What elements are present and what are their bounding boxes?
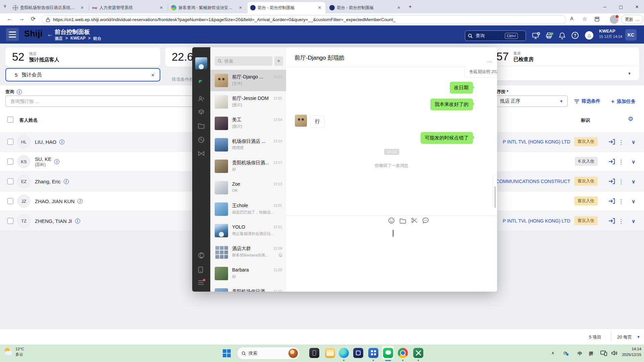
- wechat-taskbar-icon[interactable]: [383, 348, 393, 358]
- row-menu-icon[interactable]: ⋮: [618, 178, 624, 185]
- sent-message[interactable]: 改日期: [450, 82, 473, 94]
- card-expected-arrivals[interactable]: 52 抵店 预计抵店客人: [5, 47, 160, 67]
- row-checkbox[interactable]: [7, 139, 13, 145]
- page-size-select[interactable]: 20 每页: [617, 334, 632, 340]
- calculator-icon[interactable]: [368, 348, 378, 358]
- excel-icon[interactable]: [413, 348, 423, 358]
- received-message[interactable]: 行: [310, 115, 325, 128]
- column-tags[interactable]: 标识: [581, 117, 590, 123]
- chat-item[interactable]: 贵阳机场假日酒... 13:17 好: [210, 156, 286, 177]
- guest-name[interactable]: SU, KE: [35, 156, 51, 162]
- row-checkbox[interactable]: [7, 198, 13, 204]
- row-checkbox[interactable]: [7, 159, 13, 165]
- browser-maximize-button[interactable]: ▢: [615, 2, 627, 11]
- row-expand-icon[interactable]: ∨: [632, 139, 635, 145]
- check-in-icon[interactable]: [608, 159, 615, 165]
- moments-icon[interactable]: [198, 136, 205, 143]
- member-filter-chip[interactable]: 5 预计会员 ×: [5, 68, 160, 81]
- chat-item[interactable]: Barbara 11:20 好: [210, 263, 286, 284]
- row-expand-icon[interactable]: ∨: [632, 179, 635, 185]
- browser-update-button[interactable]: 更新 …: [621, 15, 643, 24]
- taskbar-temp[interactable]: 12°C: [15, 347, 24, 351]
- tab-close-icon[interactable]: ✕: [396, 5, 402, 11]
- guest-name[interactable]: ZHAO, JIAN KUN: [35, 198, 74, 204]
- home-icon[interactable]: ⌂: [585, 31, 593, 40]
- row-menu-icon[interactable]: ⋮: [618, 198, 624, 205]
- breadcrumb-hotel[interactable]: 酒店: [55, 36, 63, 42]
- taskbar-clock[interactable]: 14:14 2025/12/15: [622, 346, 641, 358]
- chat-item[interactable]: 前厅-Django ... 14:13 [文件]: [210, 70, 286, 91]
- row-expand-icon[interactable]: ∨: [632, 218, 635, 224]
- new-chat-button[interactable]: +: [274, 56, 283, 66]
- tab-hotel-nav[interactable]: 贵阳机场智选假日酒店系统网址导 ✕: [10, 2, 88, 13]
- collections-icon[interactable]: [594, 16, 600, 22]
- rooms-card-select[interactable]: ▼: [490, 66, 639, 80]
- chat-item[interactable]: 酒店大群 12:09 财务部Barbara张英...: [210, 241, 286, 263]
- read-aloud-icon[interactable]: A: [570, 16, 573, 21]
- ime-language-indicator[interactable]: 中: [578, 351, 582, 357]
- start-button[interactable]: [223, 349, 231, 357]
- chat-item[interactable]: YOLO 12:51 禁止吸烟请勿在酒店任...: [210, 220, 286, 241]
- refresh-button[interactable]: ⟳: [31, 15, 36, 22]
- contacts-icon[interactable]: [198, 96, 205, 102]
- hamburger-menu-button[interactable]: [6, 28, 19, 41]
- chat-files-icon[interactable]: [198, 123, 205, 129]
- tab-frontdesk-active[interactable]: 前台 - 前台控制面板 ✕: [248, 2, 325, 13]
- chat-item[interactable]: Zoe 13:13 OK: [210, 177, 286, 198]
- tab-close-icon[interactable]: ✕: [158, 5, 164, 11]
- row-checkbox[interactable]: [7, 218, 13, 224]
- guest-name[interactable]: Zhang, Eric: [35, 179, 61, 184]
- chat-item[interactable]: 贵阳机场假日酒... 11:10: [210, 284, 286, 292]
- check-in-icon[interactable]: [608, 198, 615, 204]
- emoji-icon[interactable]: [388, 217, 395, 224]
- chrome-icon[interactable]: [398, 348, 408, 358]
- channels-icon[interactable]: [198, 151, 205, 156]
- weather-icon[interactable]: [4, 347, 14, 357]
- breadcrumb-property[interactable]: KWEAP: [70, 36, 86, 42]
- peer-avatar[interactable]: [295, 115, 307, 127]
- wechat-user-avatar[interactable]: [195, 57, 207, 69]
- chat-more-menu-icon[interactable]: …: [487, 57, 492, 63]
- chevron-down-icon[interactable]: ▼: [637, 335, 640, 339]
- table-settings-gear-icon[interactable]: ⚙: [628, 115, 633, 123]
- ime-mode-indicator[interactable]: 拼: [589, 351, 593, 357]
- query-info-icon[interactable]: i: [17, 89, 22, 95]
- mini-program-icon[interactable]: [198, 252, 205, 259]
- tab-guest-query[interactable]: 旅客查询 - 紫楠旅馆业治安信息管 ✕: [168, 2, 246, 13]
- edge-browser-icon[interactable]: [339, 348, 349, 358]
- terminal-status-icon[interactable]: [532, 32, 540, 40]
- tray-expand-icon[interactable]: ∧: [551, 351, 554, 355]
- chat-scrollbar[interactable]: [494, 186, 496, 208]
- check-in-icon[interactable]: [608, 218, 615, 224]
- check-in-icon[interactable]: [608, 178, 615, 184]
- guest-company[interactable]: P INTL TVL (HONG KONG) LTD: [503, 139, 570, 144]
- sort-select[interactable]: 抵店 正序 ▼: [493, 96, 568, 107]
- favorites-icon[interactable]: [198, 109, 205, 116]
- message-file-clipped[interactable]: 务延期说明 2020.1-2020.2.doc W: [464, 66, 497, 78]
- taskbar-weather[interactable]: 多云: [15, 352, 23, 357]
- breadcrumb-frontdesk[interactable]: 前台: [93, 36, 101, 42]
- wechat-search[interactable]: [215, 56, 272, 66]
- wechat-window[interactable]: + 前厅-Django ... 14:13 [文件] 前厅-Jessie DOM…: [192, 47, 497, 292]
- chat-item[interactable]: 王chole 13:01 就差巴巴姐了，给她说...: [210, 198, 286, 220]
- new-tab-button[interactable]: +: [409, 3, 412, 10]
- taskbar-app-navy-icon[interactable]: [353, 348, 363, 358]
- row-checkbox[interactable]: [7, 178, 13, 184]
- help-icon[interactable]: ?: [572, 32, 579, 39]
- wechat-search-input[interactable]: [224, 58, 261, 64]
- chat-item[interactable]: 机场假日酒店 ... 13:14 嘿嘿嘿: [210, 134, 286, 156]
- sent-message[interactable]: 可能发的时候点错了: [421, 132, 473, 144]
- guest-name[interactable]: ZHENG, TIAN JI: [35, 218, 72, 224]
- message-input-caret[interactable]: [393, 230, 393, 237]
- card-inspected-rooms[interactable]: 57 客房 已检查房 ▼: [490, 47, 639, 80]
- tab-search-chevron-icon[interactable]: ∨: [3, 3, 7, 8]
- taskbar-app-dark-icon[interactable]: [309, 348, 319, 358]
- guest-info-icon[interactable]: i: [75, 219, 80, 224]
- address-bar[interactable]: https://cn1.web.ep.shiji.world/individua…: [42, 15, 566, 24]
- guest-company[interactable]: NA COMMUNICATIONS CONSTRUCT: [488, 179, 570, 184]
- notifications-bell-icon[interactable]: [559, 32, 566, 40]
- tab-close-icon[interactable]: ✕: [317, 5, 323, 11]
- chat-history-icon[interactable]: [422, 217, 429, 224]
- tab-close-icon[interactable]: ✕: [79, 5, 85, 11]
- row-expand-icon[interactable]: ∨: [632, 198, 635, 204]
